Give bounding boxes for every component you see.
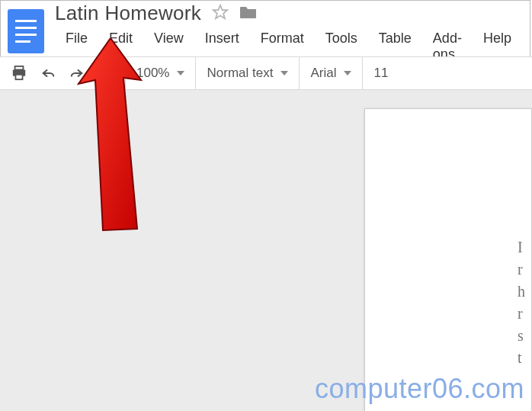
watermark-text: computer06.com	[315, 373, 524, 405]
svg-rect-1	[15, 66, 24, 70]
editor-canvas[interactable]: I r h r s t	[0, 90, 532, 411]
zoom-selector[interactable]: 100%	[126, 57, 196, 89]
paragraph-style-selector[interactable]: Normal text	[196, 57, 300, 89]
page-text-fragment: I r h r s t	[518, 239, 525, 367]
chevron-down-icon	[344, 71, 351, 75]
font-family-selector[interactable]: Arial	[300, 57, 363, 89]
font-family-value: Arial	[310, 66, 336, 81]
zoom-value: 100%	[136, 66, 169, 81]
redo-icon[interactable]	[69, 66, 85, 81]
docs-app-icon[interactable]	[8, 9, 44, 53]
paint-format-icon[interactable]	[98, 66, 114, 81]
star-icon[interactable]	[212, 4, 229, 24]
title-row: Latin Homework	[55, 2, 258, 25]
paragraph-style-value: Normal text	[207, 66, 273, 81]
print-icon[interactable]	[11, 66, 27, 81]
svg-marker-0	[213, 5, 227, 18]
folder-icon[interactable]	[239, 4, 258, 24]
chevron-down-icon	[280, 71, 288, 75]
font-size-selector[interactable]: 11	[363, 57, 399, 89]
document-page[interactable]: I r h r s t	[364, 108, 532, 411]
chevron-down-icon	[177, 71, 184, 75]
svg-rect-4	[100, 67, 109, 72]
undo-icon[interactable]	[40, 66, 56, 81]
toolbar-print-undo-cluster	[0, 57, 126, 89]
document-title[interactable]: Latin Homework	[55, 2, 201, 25]
svg-rect-3	[15, 75, 22, 79]
toolbar: 100% Normal text Arial 11	[0, 56, 532, 90]
font-size-value: 11	[373, 66, 388, 81]
